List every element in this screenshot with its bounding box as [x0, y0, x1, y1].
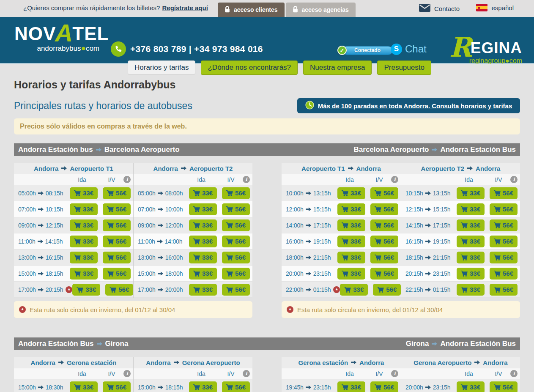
- buy-return-button[interactable]: 56€: [490, 203, 518, 215]
- route-from: Andorra: [153, 165, 178, 172]
- buy-return-button[interactable]: 56€: [103, 236, 131, 247]
- route-from: Andorra: [34, 165, 58, 172]
- buy-return-button[interactable]: 56€: [490, 236, 518, 247]
- route-from: Andorra: [146, 359, 170, 366]
- buy-one-way-button[interactable]: 33€: [457, 203, 485, 215]
- register-link[interactable]: Regístrate aquí: [162, 4, 208, 11]
- buy-one-way-button[interactable]: 33€: [340, 284, 368, 296]
- buy-return-button[interactable]: 56€: [370, 252, 398, 263]
- buy-one-way-button[interactable]: 33€: [72, 284, 100, 296]
- buy-return-button[interactable]: 56€: [370, 268, 398, 280]
- info-icon[interactable]: i: [123, 370, 131, 377]
- buy-one-way-button[interactable]: 33€: [189, 252, 217, 263]
- buy-return-button[interactable]: 56€: [490, 381, 518, 392]
- buy-return-button[interactable]: 56€: [103, 187, 131, 199]
- buy-one-way-button[interactable]: 33€: [457, 187, 485, 199]
- buy-return-button[interactable]: 56€: [222, 252, 250, 263]
- buy-one-way-button[interactable]: 33€: [189, 219, 217, 231]
- info-icon[interactable]: i: [510, 370, 518, 377]
- info-icon[interactable]: i: [243, 370, 250, 377]
- buy-one-way-button[interactable]: 33€: [189, 381, 217, 392]
- buy-return-button[interactable]: 56€: [103, 203, 131, 215]
- buy-return-button[interactable]: 56€: [222, 203, 250, 215]
- schedule-table-title: AndorraGerona estación: [14, 357, 133, 368]
- nav-nuestra-empresa[interactable]: Nuestra empresa: [303, 60, 372, 75]
- regina-logo[interactable]: R EGINA reginagroup●com: [449, 36, 522, 65]
- buy-one-way-button[interactable]: 33€: [337, 203, 365, 215]
- buy-one-way-button[interactable]: 33€: [457, 381, 485, 392]
- schedule-table: AndorraAeropuerto T1IdaI/Vi05:00h08:15h3…: [14, 163, 133, 298]
- buy-one-way-button[interactable]: 33€: [189, 187, 217, 199]
- price-iv: 56€: [383, 222, 394, 229]
- buy-one-way-button[interactable]: 33€: [70, 381, 98, 392]
- tab-client-access[interactable]: acceso clientes: [218, 3, 285, 17]
- info-icon[interactable]: i: [510, 176, 518, 183]
- nav-presupuesto[interactable]: Presupuesto: [377, 60, 431, 75]
- buy-return-button[interactable]: 56€: [370, 236, 398, 247]
- buy-one-way-button[interactable]: 33€: [337, 187, 365, 199]
- buy-return-button[interactable]: 56€: [103, 381, 131, 392]
- nav-donde-nos-encontraras[interactable]: ¿Dónde nos encontrarás?: [201, 60, 298, 75]
- buy-one-way-button[interactable]: 33€: [70, 219, 98, 231]
- buy-return-button[interactable]: 56€: [222, 236, 250, 247]
- buy-one-way-button[interactable]: 33€: [70, 187, 98, 199]
- buy-return-button[interactable]: 56€: [490, 219, 518, 231]
- buy-one-way-button[interactable]: 33€: [457, 252, 485, 263]
- buy-one-way-button[interactable]: 33€: [337, 381, 365, 392]
- novatel-logo[interactable]: NOVATEL andorrabybus●com: [14, 19, 101, 53]
- buy-return-button[interactable]: 56€: [103, 219, 131, 231]
- buy-return-button[interactable]: 56€: [103, 268, 131, 280]
- skype-chat-link[interactable]: S Chat: [391, 43, 427, 55]
- buy-return-button[interactable]: 56€: [490, 187, 518, 199]
- buy-return-button[interactable]: 56€: [370, 381, 398, 392]
- arrival-time: 18:30h: [46, 384, 63, 391]
- buy-one-way-button[interactable]: 33€: [337, 252, 365, 263]
- buy-return-button[interactable]: 56€: [373, 284, 401, 296]
- buy-return-button[interactable]: 56€: [370, 187, 398, 199]
- skype-status-badge[interactable]: ✓ Conectado: [337, 46, 393, 55]
- buy-one-way-button[interactable]: 33€: [189, 236, 217, 247]
- language-selector[interactable]: español: [476, 4, 514, 11]
- buy-one-way-button[interactable]: 33€: [457, 268, 485, 280]
- stops-banner-link[interactable]: Más de 100 paradas en toda Andorra. Cons…: [297, 98, 520, 113]
- buy-one-way-button[interactable]: 33€: [189, 284, 217, 296]
- nav-horarios-y-tarifas[interactable]: Horarios y tarifas: [128, 60, 195, 75]
- buy-return-button[interactable]: 56€: [103, 252, 131, 263]
- buy-one-way-button[interactable]: 33€: [337, 236, 365, 247]
- schedule-row: 10:15h13:15h33€56€: [401, 185, 520, 201]
- buy-one-way-button[interactable]: 33€: [457, 284, 485, 296]
- info-icon[interactable]: i: [243, 176, 250, 183]
- buy-one-way-button[interactable]: 33€: [189, 203, 217, 215]
- tab-agency-access[interactable]: acceso agencias: [286, 3, 356, 17]
- buy-return-button[interactable]: 56€: [490, 268, 518, 280]
- info-icon[interactable]: i: [391, 370, 398, 377]
- buy-return-button[interactable]: 56€: [370, 203, 398, 215]
- price-ida: 33€: [83, 384, 93, 391]
- contact-link[interactable]: Contacto: [419, 4, 460, 13]
- buy-return-button[interactable]: 56€: [490, 284, 518, 296]
- buy-return-button[interactable]: 56€: [222, 219, 250, 231]
- buy-return-button[interactable]: 56€: [222, 187, 250, 199]
- buy-one-way-button[interactable]: 33€: [457, 219, 485, 231]
- info-icon[interactable]: i: [391, 176, 398, 183]
- info-icon[interactable]: i: [123, 176, 131, 183]
- buy-one-way-button[interactable]: 33€: [70, 252, 98, 263]
- buy-return-button[interactable]: 56€: [222, 284, 250, 296]
- buy-one-way-button[interactable]: 33€: [70, 203, 98, 215]
- buy-return-button[interactable]: 56€: [222, 268, 250, 280]
- buy-return-button[interactable]: 56€: [490, 252, 518, 263]
- trip-times: 15:00h18:15h: [18, 270, 63, 277]
- route-from: Girona: [406, 340, 429, 348]
- arrival-time: 14:00h: [165, 238, 183, 245]
- arrival-time: 18:15h: [46, 270, 63, 277]
- buy-return-button[interactable]: 56€: [105, 284, 133, 296]
- buy-one-way-button[interactable]: 33€: [70, 236, 98, 247]
- asterisk-icon: *: [287, 306, 293, 313]
- buy-one-way-button[interactable]: 33€: [337, 268, 365, 280]
- buy-one-way-button[interactable]: 33€: [70, 268, 98, 280]
- buy-return-button[interactable]: 56€: [370, 219, 398, 231]
- buy-one-way-button[interactable]: 33€: [457, 236, 485, 247]
- buy-return-button[interactable]: 56€: [222, 381, 250, 392]
- buy-one-way-button[interactable]: 33€: [189, 268, 217, 280]
- buy-one-way-button[interactable]: 33€: [337, 219, 365, 231]
